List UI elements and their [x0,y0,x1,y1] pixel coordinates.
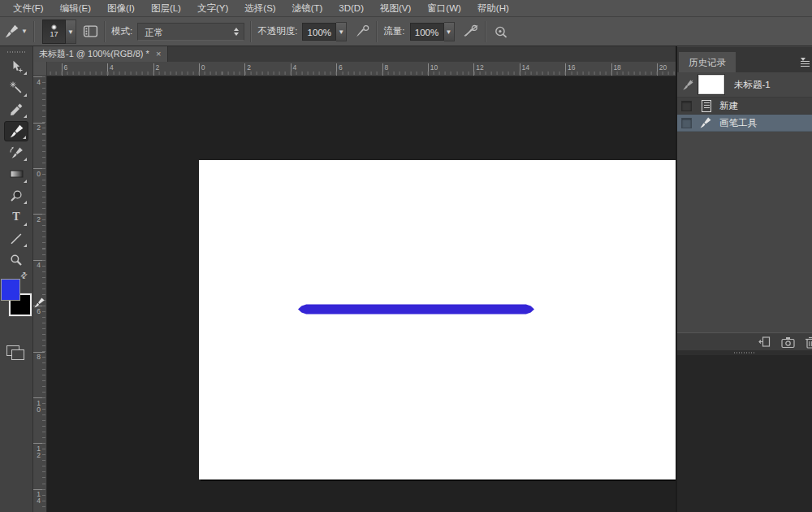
new-document-icon [758,336,771,349]
history-state-label: 新建 [719,100,738,112]
divider [250,21,252,42]
history-panel-body: 未标题-1 新建 [677,72,812,332]
menu-item[interactable]: 文字(Y) [189,0,236,16]
ruler-label: 12 [35,445,42,458]
document-tab[interactable]: 未标题-1 @ 100%(RGB/8) * × [32,46,168,62]
brush-tip-preview: 17 [42,20,66,44]
screen-mode-button[interactable] [6,345,26,360]
brush-options-bar: ▼ 17 ▼ 模式: 正常 不透明度: 100% ▼ [0,17,812,46]
gradient-icon [10,167,24,180]
zoom-tool[interactable] [4,250,28,271]
divider [33,21,35,42]
flow-dropdown-button[interactable]: ▼ [444,22,455,41]
toggle-brush-panel-button[interactable] [83,24,98,38]
ruler-label: 2 [35,124,42,131]
new-snapshot-button[interactable] [781,336,795,349]
tool-preset-picker[interactable]: ▼ [5,24,28,38]
history-source-checkbox[interactable] [681,101,692,111]
history-panel-header: 历史记录 [677,46,812,73]
ruler-label: 2 [247,63,251,72]
pressure-size-button[interactable] [463,24,479,38]
snapshot-label: 未标题-1 [734,79,771,91]
move-tool[interactable] [4,56,28,76]
brush-size-value: 17 [50,30,58,38]
horizontal-ruler[interactable]: 64202468101214161820 [47,62,676,76]
document-title: 未标题-1 @ 100%(RGB/8) * [39,48,149,60]
foreground-color-swatch[interactable] [1,279,20,301]
panel-grip[interactable] [7,51,25,53]
divider [485,21,486,42]
menu-item[interactable]: 视图(V) [372,0,419,16]
eyedropper-icon [10,103,23,116]
type-icon: T [12,210,19,223]
delete-state-button[interactable] [805,336,812,349]
menu-item[interactable]: 帮助(H) [469,0,517,16]
canvas[interactable] [199,160,676,479]
ruler-label: 14 [522,63,529,72]
opacity-dropdown-button[interactable]: ▼ [336,22,347,41]
pen-pressure-crossed-icon [463,24,479,38]
zoom-icon [10,254,23,267]
menu-item[interactable]: 文件(F) [5,0,52,16]
history-snapshot-row[interactable]: 未标题-1 [677,72,812,98]
history-state-row[interactable]: 画笔工具 [677,115,812,132]
canvas-viewport[interactable] [47,76,676,512]
menu-item[interactable]: 窗口(W) [419,0,469,16]
ruler-label: 4 [293,63,297,72]
eyedropper-tool[interactable] [4,99,28,119]
brush-icon [10,124,24,138]
vertical-ruler[interactable]: 4202468101214 [32,76,47,512]
snapshot-thumbnail[interactable] [698,75,724,94]
chevron-down-icon: ▼ [21,28,28,35]
close-tab-icon[interactable]: × [156,50,161,59]
flow-label: 流量: [383,25,404,37]
panel-resize-grip[interactable] [677,350,812,355]
menu-item[interactable]: 选择(S) [236,0,283,16]
history-state-label: 画笔工具 [719,117,757,129]
type-tool[interactable]: T [4,207,28,228]
ruler-label: 4 [35,79,42,85]
gradient-tool[interactable] [4,164,28,184]
ruler-label: 18 [613,63,620,72]
brush-tip-icon [51,24,57,30]
ruler-label: 6 [339,63,343,72]
ruler-label: 2 [155,63,159,72]
ruler-label: 16 [568,63,575,72]
history-state-row[interactable]: 新建 [677,98,812,115]
blend-mode-value: 正常 [145,28,163,37]
airbrush-icon [494,24,508,38]
brush-cursor-icon [34,297,45,308]
airbrush-button[interactable] [494,24,508,38]
history-brush-source-icon[interactable] [677,80,698,90]
magic-wand-tool[interactable] [4,78,28,98]
brush-preset-picker[interactable]: 17 ▼ [42,20,76,44]
move-icon [10,60,23,73]
brush-panel-icon [83,24,98,38]
trash-icon [805,336,812,349]
history-source-checkbox[interactable] [681,118,692,128]
brush-picker-dropdown-button[interactable]: ▼ [66,20,76,44]
pressure-opacity-button[interactable] [355,24,370,38]
history-panel: 历史记录 未标题-1 [677,46,812,355]
line-tool[interactable] [4,228,28,249]
dodge-tool[interactable] [4,185,28,206]
divider [376,21,378,42]
ruler-label: 14 [35,491,42,504]
menu-item[interactable]: 图像(I) [99,0,143,16]
brush-tool[interactable] [4,121,28,141]
menu-item[interactable]: 编辑(E) [52,0,99,16]
menu-item[interactable]: 图层(L) [143,0,189,16]
panel-menu-icon[interactable] [801,58,811,65]
opacity-field[interactable]: 100% [302,23,336,41]
menu-item[interactable]: 3D(D) [330,0,372,16]
history-brush-tool[interactable] [4,142,28,163]
flow-field[interactable]: 100% [410,23,444,41]
ruler-label: 6 [35,308,42,315]
pen-pressure-icon [355,24,370,38]
menu-item[interactable]: 滤镜(T) [284,0,331,16]
ruler-label: 10 [35,400,42,413]
blend-mode-select[interactable]: 正常 [137,23,244,41]
new-document-from-state-button[interactable] [758,336,771,349]
history-panel-tab[interactable]: 历史记录 [679,52,736,73]
ruler-label: 12 [476,63,483,72]
